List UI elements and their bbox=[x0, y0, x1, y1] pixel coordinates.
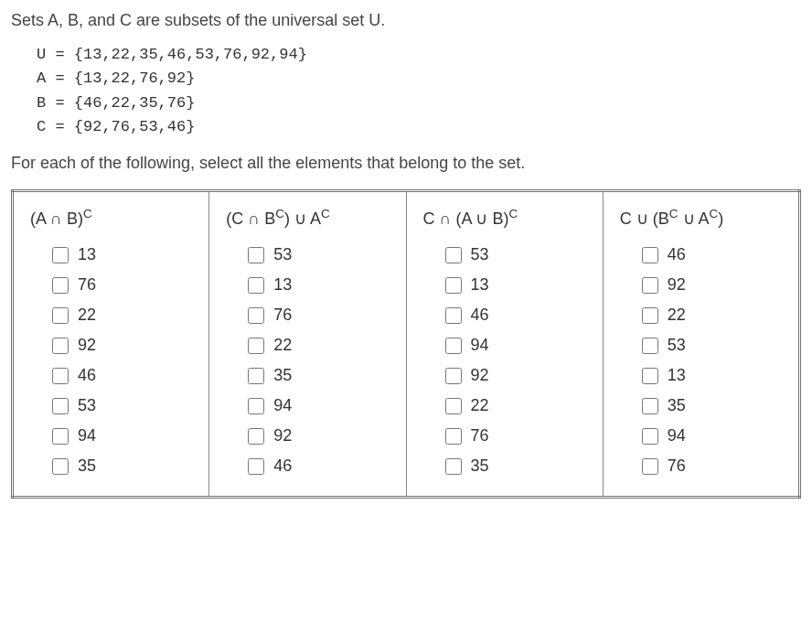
checkbox-input[interactable] bbox=[445, 458, 462, 475]
option-label: 92 bbox=[273, 426, 292, 445]
checkbox-option[interactable]: 13 bbox=[248, 275, 392, 295]
column-3-options: 53 13 46 94 92 22 76 35 bbox=[420, 245, 590, 476]
option-label: 22 bbox=[273, 336, 292, 355]
checkbox-input[interactable] bbox=[642, 247, 658, 263]
checkbox-option[interactable]: 94 bbox=[52, 426, 196, 445]
checkbox-input[interactable] bbox=[52, 247, 69, 263]
checkbox-input[interactable] bbox=[642, 277, 658, 294]
checkbox-input[interactable] bbox=[445, 368, 462, 384]
option-label: 76 bbox=[273, 306, 292, 325]
checkbox-option[interactable]: 35 bbox=[52, 456, 196, 476]
checkbox-input[interactable] bbox=[642, 307, 658, 324]
checkbox-option[interactable]: 76 bbox=[642, 456, 785, 476]
option-label: 53 bbox=[471, 245, 489, 264]
checkbox-option[interactable]: 76 bbox=[248, 306, 392, 325]
intro-text: Sets A, B, and C are subsets of the univ… bbox=[11, 11, 801, 30]
checkbox-option[interactable]: 22 bbox=[642, 306, 785, 325]
def-c: C = {92,76,53,46} bbox=[37, 115, 801, 139]
option-label: 53 bbox=[273, 245, 292, 264]
option-label: 46 bbox=[273, 456, 292, 476]
column-2-header: (C ∩ BC) ∪ AC bbox=[226, 207, 392, 229]
def-a: A = {13,22,76,92} bbox=[37, 67, 801, 91]
checkbox-input[interactable] bbox=[248, 307, 264, 324]
answer-table: (A ∩ B)C 13 76 22 92 46 53 94 35 (C ∩ BC… bbox=[11, 189, 801, 499]
column-1: (A ∩ B)C 13 76 22 92 46 53 94 35 bbox=[13, 191, 209, 498]
checkbox-input[interactable] bbox=[52, 307, 69, 324]
checkbox-option[interactable]: 22 bbox=[248, 336, 392, 355]
checkbox-option[interactable]: 94 bbox=[248, 396, 392, 415]
instruction-text: For each of the following, select all th… bbox=[11, 154, 801, 173]
checkbox-input[interactable] bbox=[52, 338, 69, 354]
checkbox-input[interactable] bbox=[52, 458, 69, 475]
checkbox-option[interactable]: 35 bbox=[642, 396, 785, 415]
option-label: 35 bbox=[668, 396, 686, 415]
option-label: 46 bbox=[78, 366, 96, 385]
checkbox-option[interactable]: 94 bbox=[445, 336, 590, 355]
option-label: 35 bbox=[78, 456, 96, 476]
checkbox-input[interactable] bbox=[642, 428, 658, 445]
option-label: 53 bbox=[78, 396, 96, 415]
checkbox-option[interactable]: 92 bbox=[445, 366, 590, 385]
option-label: 76 bbox=[471, 426, 489, 445]
checkbox-option[interactable]: 76 bbox=[445, 426, 590, 445]
option-label: 94 bbox=[471, 336, 489, 355]
option-label: 35 bbox=[273, 366, 292, 385]
option-label: 92 bbox=[78, 336, 96, 355]
checkbox-option[interactable]: 53 bbox=[52, 396, 196, 415]
checkbox-input[interactable] bbox=[248, 458, 264, 475]
checkbox-input[interactable] bbox=[642, 398, 658, 414]
column-1-header: (A ∩ B)C bbox=[30, 207, 196, 229]
checkbox-option[interactable]: 53 bbox=[248, 245, 392, 264]
checkbox-option[interactable]: 76 bbox=[52, 275, 196, 295]
checkbox-input[interactable] bbox=[642, 458, 658, 475]
checkbox-option[interactable]: 46 bbox=[642, 245, 785, 264]
checkbox-input[interactable] bbox=[445, 428, 462, 445]
checkbox-input[interactable] bbox=[248, 338, 264, 354]
checkbox-input[interactable] bbox=[642, 368, 658, 384]
checkbox-option[interactable]: 35 bbox=[248, 366, 392, 385]
checkbox-option[interactable]: 13 bbox=[445, 275, 590, 295]
checkbox-input[interactable] bbox=[52, 398, 69, 414]
checkbox-option[interactable]: 22 bbox=[52, 306, 196, 325]
checkbox-input[interactable] bbox=[445, 338, 462, 354]
option-label: 92 bbox=[668, 275, 686, 295]
checkbox-input[interactable] bbox=[248, 428, 264, 445]
checkbox-option[interactable]: 46 bbox=[52, 366, 196, 385]
checkbox-input[interactable] bbox=[248, 368, 264, 384]
option-label: 46 bbox=[668, 245, 686, 264]
checkbox-input[interactable] bbox=[52, 428, 69, 445]
checkbox-input[interactable] bbox=[248, 247, 264, 263]
column-4-options: 46 92 22 53 13 35 94 76 bbox=[616, 245, 785, 476]
option-label: 46 bbox=[471, 306, 489, 325]
checkbox-option[interactable]: 46 bbox=[445, 306, 590, 325]
option-label: 94 bbox=[78, 426, 96, 445]
checkbox-input[interactable] bbox=[445, 247, 462, 263]
option-label: 22 bbox=[668, 306, 686, 325]
checkbox-option[interactable]: 92 bbox=[642, 275, 785, 295]
column-4: C ∪ (BC ∪ AC) 46 92 22 53 13 35 94 76 bbox=[603, 191, 799, 498]
checkbox-input[interactable] bbox=[248, 277, 264, 294]
checkbox-option[interactable]: 53 bbox=[445, 245, 590, 264]
checkbox-option[interactable]: 53 bbox=[642, 336, 785, 355]
column-1-options: 13 76 22 92 46 53 94 35 bbox=[27, 245, 196, 476]
checkbox-option[interactable]: 35 bbox=[445, 456, 590, 476]
checkbox-input[interactable] bbox=[52, 277, 69, 294]
option-label: 94 bbox=[668, 426, 686, 445]
checkbox-option[interactable]: 92 bbox=[248, 426, 392, 445]
checkbox-option[interactable]: 22 bbox=[445, 396, 590, 415]
checkbox-input[interactable] bbox=[445, 277, 462, 294]
checkbox-option[interactable]: 13 bbox=[642, 366, 785, 385]
checkbox-input[interactable] bbox=[52, 368, 69, 384]
column-3-header: C ∩ (A ∪ B)C bbox=[423, 207, 590, 229]
checkbox-option[interactable]: 94 bbox=[642, 426, 785, 445]
checkbox-option[interactable]: 13 bbox=[52, 245, 196, 264]
option-label: 94 bbox=[273, 396, 292, 415]
checkbox-option[interactable]: 46 bbox=[248, 456, 392, 476]
checkbox-option[interactable]: 92 bbox=[52, 336, 196, 355]
checkbox-input[interactable] bbox=[445, 398, 462, 414]
option-label: 13 bbox=[273, 275, 292, 295]
checkbox-input[interactable] bbox=[642, 338, 658, 354]
checkbox-input[interactable] bbox=[248, 398, 264, 414]
column-2: (C ∩ BC) ∪ AC 53 13 76 22 35 94 92 46 bbox=[209, 191, 406, 498]
checkbox-input[interactable] bbox=[445, 307, 462, 324]
